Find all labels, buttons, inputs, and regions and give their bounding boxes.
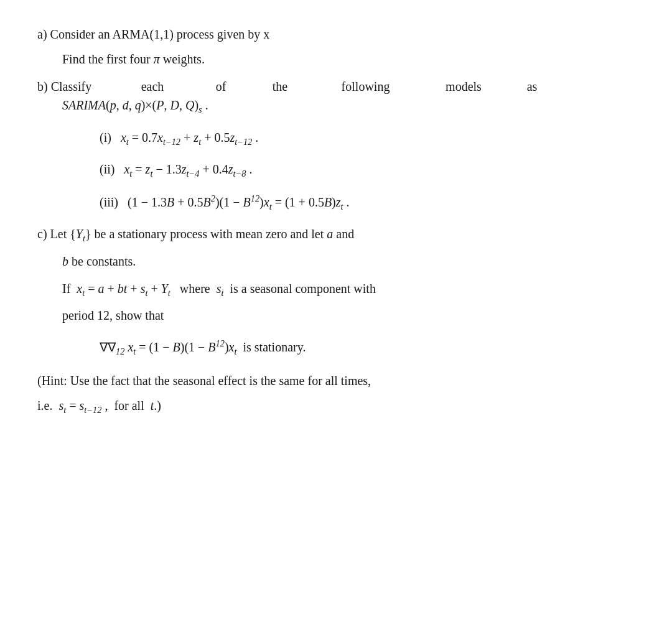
part-c-intro2: b be constants. — [62, 252, 635, 271]
part-b-of: of — [193, 77, 249, 96]
part-a-line2: Find the first four π weights. — [62, 50, 635, 68]
part-b-each: each — [112, 77, 193, 96]
part-b-as: as — [507, 77, 557, 96]
part-c-hint: (Hint: Use the fact that the seasonal ef… — [37, 371, 635, 390]
part-c-period: period 12, show that — [62, 306, 635, 325]
part-a-line1: a) Consider an ARMA(1,1) process given b… — [37, 25, 635, 44]
part-c-ie: i.e. st = st−12 , for all t.) — [37, 396, 635, 417]
part-a: a) Consider an ARMA(1,1) process given b… — [37, 25, 635, 68]
part-b-iii-label: (iii) — [100, 195, 118, 208]
part-b-sarima: SARIMA(p, d, q)×(P, D, Q)s . — [62, 96, 635, 117]
part-c: c) Let {Yt} be a stationary process with… — [37, 225, 635, 417]
part-b-i: (i) xt = 0.7xt−12 + zt + 0.5zt−12 . — [100, 128, 635, 149]
part-b-the: the — [249, 77, 311, 96]
part-a-label: a) Consider an ARMA(1,1) process given b… — [37, 27, 269, 41]
part-b-classify-line: b) Classify each of the following models… — [37, 77, 635, 96]
part-c-if-line: If xt = a + bt + st + Yt where st is a s… — [62, 279, 635, 300]
part-b: b) Classify each of the following models… — [37, 77, 635, 213]
part-b-following: following — [311, 77, 420, 96]
part-c-intro1: c) Let {Yt} be a stationary process with… — [37, 225, 635, 246]
part-b-models: models — [420, 77, 507, 96]
part-b-label: b) Classify — [37, 77, 112, 96]
part-b-ii-label: (ii) — [100, 162, 114, 176]
part-b-ii: (ii) xt = zt − 1.3zt−4 + 0.4zt−8 . — [100, 160, 635, 181]
part-b-iii: (iii) (1 − 1.3B + 0.5B2)(1 − B12)xt = (1… — [100, 192, 635, 213]
part-b-i-label: (i) — [100, 131, 111, 144]
part-c-block-eq: ∇∇12 xt = (1 − B)(1 − B12)xt is stationa… — [100, 337, 635, 358]
